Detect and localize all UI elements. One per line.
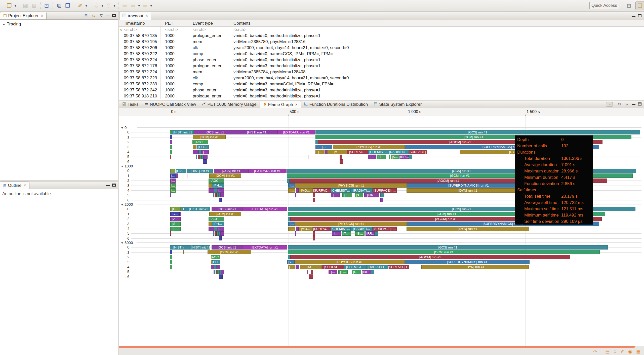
- flame-bar[interactable]: [311, 270, 313, 274]
- stamp-icon[interactable]: ✑: [593, 349, 597, 354]
- flame-bar[interactable]: [170, 255, 172, 259]
- flame-bar[interactable]: [325, 150, 327, 154]
- minimize-icon[interactable]: [106, 13, 110, 18]
- flame-bar[interactable]: [170, 260, 172, 264]
- flame-bar[interactable]: [214, 188, 217, 193]
- flame-bar[interactable]: |…: [288, 265, 294, 269]
- flame-bar[interactable]: [200, 155, 202, 159]
- badge-icon[interactable]: ◉: [628, 349, 632, 354]
- flame-bar[interactable]: [211, 265, 214, 269]
- flame-bar[interactable]: [213, 231, 214, 236]
- flame-bar[interactable]: [309, 274, 313, 279]
- table-search-row[interactable]: ✎<srch><srch><srch><srch>: [119, 27, 644, 33]
- flame-bar[interactable]: [217, 231, 219, 236]
- open-perspective-button[interactable]: ⊞: [624, 2, 633, 10]
- flame-bar[interactable]: |…: [332, 231, 341, 236]
- flame-bar[interactable]: |T…: [338, 270, 348, 274]
- flame-bar[interactable]: |PH…: [197, 145, 209, 149]
- flame-bar[interactable]: |CHEMIST…: [331, 227, 351, 231]
- search-cell[interactable]: <srch>: [229, 27, 644, 33]
- maximize-icon[interactable]: [638, 14, 641, 18]
- flame-bar[interactable]: [288, 255, 290, 259]
- tab-outline[interactable]: ⊞ Outline ✕: [0, 182, 29, 189]
- flame-bar[interactable]: |T…: [342, 231, 351, 236]
- sort-alpha-button[interactable]: ↓az: [606, 102, 613, 106]
- callstack-hierarchy-button[interactable]: ⧉: [55, 2, 63, 10]
- flame-bar[interactable]: |H…: [181, 207, 187, 211]
- collapse-all-icon[interactable]: ⊟: [84, 13, 89, 18]
- flame-bar[interactable]: |S…: [391, 155, 399, 159]
- tab-pet-1000-memory-usage[interactable]: PET 1000 Memory Usage: [199, 101, 259, 108]
- flame-bar[interactable]: |A…: [170, 217, 181, 221]
- flame-group-header[interactable]: ▼1000: [121, 164, 133, 168]
- flame-bar[interactable]: |GCS| init #1: [214, 169, 248, 173]
- flame-bar[interactable]: |…: [288, 222, 295, 226]
- flame-bar[interactable]: |…: [170, 227, 181, 231]
- flame-bar[interactable]: [170, 145, 172, 149]
- flame-bar[interactable]: [340, 155, 342, 159]
- flame-bar[interactable]: |G…: [170, 212, 180, 216]
- flame-bar[interactable]: |GCM| init #1: [193, 135, 226, 139]
- flame-bar[interactable]: [213, 193, 214, 197]
- flame-bar[interactable]: |SURFACE| r…: [388, 265, 410, 269]
- flame-bar[interactable]: [214, 265, 216, 269]
- save-button[interactable]: ▦: [21, 2, 30, 10]
- tab-traceout[interactable]: traceout ✕: [119, 12, 151, 20]
- flame-bar[interactable]: |EXTDATA| run #1: [278, 130, 315, 134]
- flame-bar[interactable]: |RADIATIO…: [367, 265, 388, 269]
- flame-bar[interactable]: [219, 270, 221, 274]
- close-icon[interactable]: ✕: [23, 184, 26, 187]
- flame-bar[interactable]: [296, 227, 298, 231]
- flame-bar[interactable]: [203, 159, 207, 164]
- map-icon[interactable]: ▤: [605, 349, 610, 354]
- flame-bar[interactable]: |CHEMIST…: [331, 188, 351, 193]
- flame-bar[interactable]: |SURFACE| r…: [373, 227, 396, 231]
- flame-bar[interactable]: [170, 155, 171, 159]
- back-button[interactable]: ⇦: [129, 2, 137, 10]
- search-cell[interactable]: <srch>: [119, 27, 160, 33]
- flame-bar[interactable]: |SURFAC…: [313, 227, 331, 231]
- flame-group-header[interactable]: ▼0: [121, 125, 127, 130]
- flame-bar[interactable]: [202, 155, 203, 159]
- flame-bar[interactable]: |SURFACE| r…: [409, 150, 427, 154]
- flame-group-header[interactable]: ▼3000: [121, 240, 133, 245]
- flame-bar[interactable]: [313, 198, 315, 202]
- flame-bar[interactable]: |PHYSICS| run #1: [295, 222, 407, 226]
- flame-bar[interactable]: |EXTDATA| run #1: [242, 245, 287, 250]
- flame-bar[interactable]: |T…: [377, 155, 386, 159]
- expander-icon[interactable]: ▸: [3, 22, 5, 26]
- quick-access-button[interactable]: Quick Access: [589, 2, 619, 9]
- flame-bar[interactable]: [209, 227, 214, 231]
- table-row[interactable]: 09:37:58.872 2421000phase_entervmid=0, b…: [119, 87, 644, 93]
- flame-bar[interactable]: |PH…: [212, 260, 220, 264]
- flame-bar[interactable]: |RADIATI…: [351, 227, 373, 231]
- tab-flame-graph[interactable]: Flame Graph✕: [260, 101, 301, 108]
- flame-bar[interactable]: |PHYSICS| run #1: [295, 260, 405, 264]
- flame-bar[interactable]: [218, 193, 220, 197]
- flame-bar[interactable]: [170, 140, 172, 144]
- flame-bar[interactable]: |DYN| run #1: [407, 188, 529, 193]
- collapse-triangle-icon[interactable]: ▼: [121, 126, 124, 129]
- maximize-icon[interactable]: [112, 13, 116, 18]
- column-header-contents[interactable]: Contents: [229, 20, 644, 26]
- flame-bar[interactable]: |AGC…: [209, 217, 224, 221]
- dropdown-arrow-icon[interactable]: ▼: [137, 4, 141, 7]
- view-menu-icon[interactable]: ▽: [99, 13, 104, 18]
- flame-bar[interactable]: [215, 231, 217, 236]
- minimize-icon[interactable]: [632, 102, 635, 106]
- flame-bar[interactable]: |GCM| init #1: [209, 173, 241, 178]
- notebook-button[interactable]: ❒: [63, 2, 72, 10]
- table-row[interactable]: 09:37:58.870 2061000clkyear=2000, month=…: [119, 45, 644, 51]
- flame-bar[interactable]: [220, 231, 224, 236]
- search-cell[interactable]: <srch>: [160, 27, 188, 33]
- flame-bar[interactable]: [193, 150, 198, 154]
- flame-bar[interactable]: |GCS| run #1: [288, 245, 608, 250]
- import-events-button[interactable]: ⇩: [92, 2, 101, 10]
- flame-bar[interactable]: [217, 270, 219, 274]
- flame-bar[interactable]: |DYN| run #1: [407, 227, 529, 231]
- flame-bar[interactable]: [170, 150, 172, 154]
- flame-bar[interactable]: |GCM| init #1: [209, 212, 241, 216]
- flame-bar[interactable]: |SURFAC…: [322, 265, 344, 269]
- flame-bar[interactable]: [176, 173, 178, 178]
- flame-bar[interactable]: [170, 135, 172, 139]
